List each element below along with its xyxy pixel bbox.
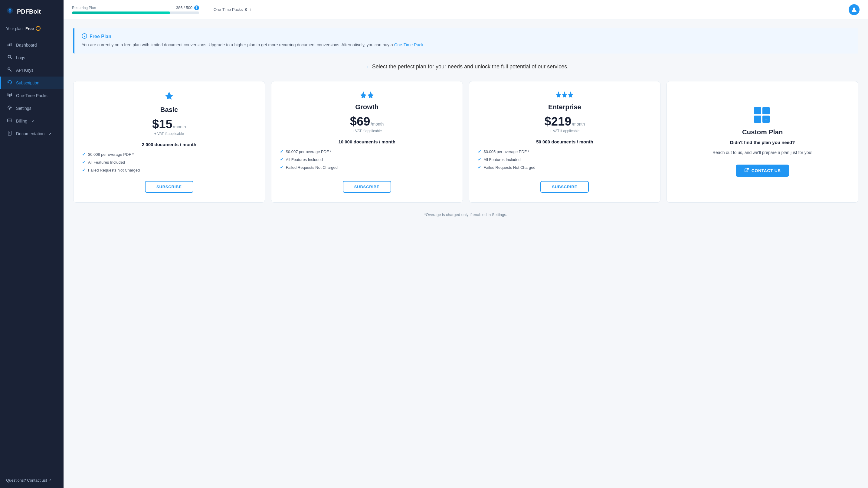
api-keys-label: API Keys xyxy=(16,68,34,72)
growth-plan-name: Growth xyxy=(355,103,378,111)
basic-subscribe-button[interactable]: SUBSCRIBE xyxy=(145,181,193,193)
sidebar-item-one-time-packs[interactable]: One-Time Packs xyxy=(0,89,64,102)
enterprise-plan-card: Enterprise $219 /month + VAT if applicab… xyxy=(469,81,661,203)
sidebar-item-billing[interactable]: Billing ↗ xyxy=(0,115,64,127)
enterprise-subscribe-button[interactable]: SUBSCRIBE xyxy=(540,181,589,193)
sidebar-item-api-keys[interactable]: API Keys xyxy=(0,64,64,77)
key-icon xyxy=(7,67,12,73)
check-icon: ✓ xyxy=(478,165,482,170)
contact-us-label: CONTACT US xyxy=(751,168,781,173)
growth-plan-price: $69 /month xyxy=(350,115,384,128)
enterprise-feature-1: ✓All Features Included xyxy=(478,157,652,162)
otp-label: One-Time Packs xyxy=(214,7,243,12)
banner-title: Free Plan xyxy=(82,33,851,40)
recurring-plan-label: Recurring Plan xyxy=(72,6,96,10)
bar-chart-icon xyxy=(7,42,12,48)
tagline-arrow-icon: → xyxy=(363,63,369,70)
layers-icon xyxy=(7,93,12,99)
enterprise-plan-vat: + VAT if applicable xyxy=(550,129,579,133)
svg-rect-28 xyxy=(745,169,748,172)
growth-plan-icon xyxy=(360,91,374,99)
growth-plan-features: ✓$0.007 per overage PDF * ✓All Features … xyxy=(280,149,454,170)
sidebar-item-dashboard[interactable]: Dashboard xyxy=(0,39,64,52)
basic-plan-icon xyxy=(164,91,174,102)
custom-plan-text: Reach out to us, and we'll prepare a pla… xyxy=(712,149,812,156)
sidebar-nav: Dashboard Logs API Keys Subscription One… xyxy=(0,36,64,472)
documentation-label: Documentation xyxy=(16,131,44,136)
enterprise-feature-2: ✓Failed Requests Not Charged xyxy=(478,165,652,170)
plan-label: Your plan: xyxy=(6,26,24,31)
svg-point-18 xyxy=(853,7,855,10)
content-area: Free Plan You are currently on a free pl… xyxy=(64,19,868,488)
svg-marker-25 xyxy=(556,91,561,98)
growth-plan-docs: 10 000 documents / month xyxy=(338,139,395,144)
search-icon xyxy=(7,55,12,61)
svg-marker-24 xyxy=(368,91,374,98)
basic-plan-vat: + VAT if applicable xyxy=(154,132,184,136)
basic-plan-card: Basic $15 /month + VAT if applicable 2 0… xyxy=(73,81,265,203)
external-link-icon xyxy=(744,168,749,173)
progress-bar xyxy=(72,11,199,14)
documentation-external-icon: ↗ xyxy=(49,132,51,135)
banner-text: You are currently on a free plan with li… xyxy=(82,42,851,48)
growth-price-amount: $69 xyxy=(350,115,370,128)
enterprise-plan-icon xyxy=(556,91,573,99)
sidebar-item-settings[interactable]: Settings xyxy=(0,102,64,115)
basic-feature-0: ✓$0.008 per overage PDF * xyxy=(82,152,256,157)
refresh-icon xyxy=(7,80,12,86)
growth-price-period: /month xyxy=(371,122,384,126)
user-avatar[interactable] xyxy=(849,4,860,15)
basic-price-period: /month xyxy=(173,124,186,129)
otp-value: 0 xyxy=(245,7,247,12)
topbar-recurring-section: Recurring Plan 386 / 500 i xyxy=(72,5,199,14)
enterprise-price-period: /month xyxy=(572,122,585,126)
check-icon: ✓ xyxy=(82,152,86,157)
growth-feature-2: ✓Failed Requests Not Charged xyxy=(280,165,454,170)
recurring-info-icon[interactable]: i xyxy=(194,5,199,10)
banner-info-icon xyxy=(82,33,87,40)
growth-feature-0: ✓$0.007 per overage PDF * xyxy=(280,149,454,154)
svg-line-10 xyxy=(10,71,11,71)
progress-bar-fill xyxy=(72,11,170,14)
billing-label: Billing xyxy=(16,119,27,123)
sidebar-logo: PDFBolt xyxy=(0,0,64,23)
custom-plan-name: Custom Plan xyxy=(742,128,783,136)
logs-label: Logs xyxy=(16,55,25,60)
footnote: *Overage is charged only if enabled in S… xyxy=(73,212,858,217)
otp-info-icon[interactable]: i xyxy=(250,7,251,12)
basic-plan-name: Basic xyxy=(160,106,178,114)
plan-badge-icon: ! xyxy=(36,26,40,31)
basic-plan-price: $15 /month xyxy=(152,117,186,131)
svg-line-7 xyxy=(10,58,12,59)
basic-plan-features: ✓$0.008 per overage PDF * ✓All Features … xyxy=(82,152,256,173)
topbar-recurring-label: Recurring Plan 386 / 500 i xyxy=(72,5,199,10)
svg-point-6 xyxy=(8,55,10,58)
logo-text: PDFBolt xyxy=(17,8,41,15)
plan-value: Free xyxy=(25,26,34,31)
custom-plan-icon: + xyxy=(754,107,771,123)
svg-point-21 xyxy=(84,35,85,35)
growth-subscribe-button[interactable]: SUBSCRIBE xyxy=(343,181,391,193)
check-icon: ✓ xyxy=(478,149,482,154)
one-time-pack-link[interactable]: One-Time Pack xyxy=(394,42,424,47)
enterprise-feature-0: ✓$0.005 per overage PDF * xyxy=(478,149,652,154)
topbar-otp-section: One-Time Packs 0 i xyxy=(214,7,250,12)
sidebar-footer-contact[interactable]: Questions? Contact us! ↗ xyxy=(0,472,64,488)
sidebar-item-subscription[interactable]: Subscription xyxy=(0,77,64,89)
settings-icon xyxy=(7,105,12,111)
enterprise-price-amount: $219 xyxy=(544,115,571,128)
contact-us-button[interactable]: CONTACT US xyxy=(736,164,789,177)
one-time-packs-label: One-Time Packs xyxy=(16,93,48,98)
svg-rect-12 xyxy=(7,119,12,122)
svg-marker-23 xyxy=(360,91,366,98)
custom-sq-2 xyxy=(763,107,770,114)
custom-sq-1 xyxy=(754,107,761,114)
enterprise-plan-docs: 50 000 documents / month xyxy=(536,139,593,144)
sidebar-item-documentation[interactable]: Documentation ↗ xyxy=(0,127,64,140)
custom-plan-card: + Custom Plan Didn't find the plan you n… xyxy=(666,81,858,203)
tagline-text: Select the perfect plan for your needs a… xyxy=(372,64,568,70)
custom-sq-3 xyxy=(754,116,761,123)
sidebar-item-logs[interactable]: Logs xyxy=(0,52,64,64)
sidebar: PDFBolt Your plan: Free ! Dashboard Logs… xyxy=(0,0,64,488)
basic-feature-2: ✓Failed Requests Not Charged xyxy=(82,167,256,173)
